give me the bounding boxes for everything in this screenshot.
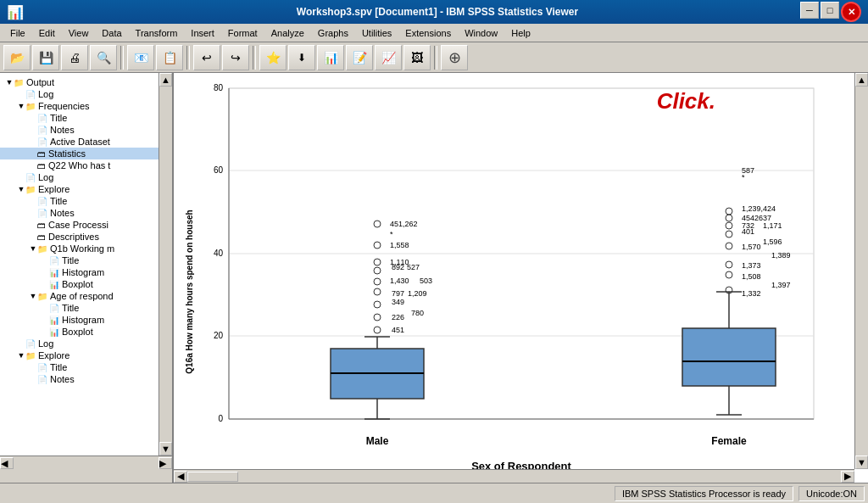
- menu-insert[interactable]: Insert: [184, 26, 221, 40]
- tree-node-log2[interactable]: 📄 Log: [0, 171, 172, 183]
- folder-icon-explore1: 📁: [25, 185, 36, 194]
- tree-node-q1b-hist[interactable]: 📊 Histogram: [0, 266, 172, 278]
- svg-text:1,373: 1,373: [742, 261, 761, 270]
- close-button[interactable]: ✕: [841, 2, 861, 22]
- right-vscrollbar[interactable]: ▲ ▼: [854, 73, 868, 469]
- menu-view[interactable]: View: [62, 26, 96, 40]
- tree-label-q1b: Q1b Working m: [50, 243, 114, 254]
- tree-node-statistics[interactable]: 🗃 Statistics: [0, 148, 172, 159]
- expand-q1b[interactable]: ▼: [29, 244, 37, 253]
- expand-output[interactable]: ▼: [5, 78, 14, 87]
- tree-node-q1b-title[interactable]: 📄 Title: [0, 254, 172, 266]
- table-icon-stats: 🗃: [37, 149, 46, 159]
- svg-text:Q16a How many hours spend on h: Q16a How many hours spend on househ: [185, 210, 194, 373]
- tree-node-explore2[interactable]: ▼ 📁 Explore: [0, 349, 172, 361]
- menu-file[interactable]: File: [3, 26, 32, 40]
- right-scroll-right-btn[interactable]: ▶: [841, 471, 854, 483]
- tree-label-explore-title: Title: [50, 196, 67, 206]
- chart-icon-age-box: 📊: [49, 327, 59, 337]
- tree-node-explore2-notes[interactable]: 📄 Notes: [0, 373, 172, 385]
- tree-node-log1[interactable]: 📄 Log: [0, 88, 172, 100]
- tree-node-explore-title[interactable]: 📄 Title: [0, 195, 172, 207]
- tree-node-age-hist[interactable]: 📊 Histogram: [0, 314, 172, 326]
- menu-transform[interactable]: Transform: [129, 26, 185, 40]
- toolbar-open[interactable]: 📂: [3, 45, 31, 70]
- svg-text:527: 527: [407, 263, 420, 271]
- tree-node-q1b-box[interactable]: 📊 Boxplot: [0, 278, 172, 290]
- tree-node-explore-notes[interactable]: 📄 Notes: [0, 207, 172, 219]
- tree-node-freq-title[interactable]: 📄 Title: [0, 112, 172, 124]
- menu-graphs[interactable]: Graphs: [311, 26, 355, 40]
- left-hscrollbar[interactable]: ◀ ▶: [0, 455, 172, 469]
- scroll-up-btn[interactable]: ▲: [159, 73, 172, 87]
- tree-label-age-title: Title: [62, 303, 79, 313]
- right-scroll-down-btn[interactable]: ▼: [855, 455, 868, 469]
- toolbar-print[interactable]: 🖨: [61, 45, 88, 70]
- tree-node-frequencies[interactable]: ▼ 📁 Frequencies: [0, 100, 172, 112]
- hscroll-thumb[interactable]: [187, 472, 238, 482]
- menu-utilities[interactable]: Utilities: [355, 26, 398, 40]
- toolbar-text[interactable]: 📝: [346, 45, 373, 70]
- toolbar-export[interactable]: 📧: [127, 45, 154, 70]
- tree-node-q1b[interactable]: ▼ 📁 Q1b Working m: [0, 243, 172, 254]
- table-icon-q22: 🗃: [37, 161, 46, 170]
- svg-text:451,262: 451,262: [390, 220, 418, 228]
- menu-analyze[interactable]: Analyze: [264, 26, 311, 40]
- tree-label-freq-notes: Notes: [50, 125, 75, 135]
- expand-age[interactable]: ▼: [29, 292, 37, 300]
- toolbar-graph2[interactable]: 📈: [375, 45, 402, 70]
- svg-text:797: 797: [392, 289, 404, 298]
- right-scroll-up-btn[interactable]: ▲: [855, 73, 868, 87]
- tree-node-case-proc[interactable]: 🗃 Case Processi: [0, 219, 172, 231]
- svg-text:*: *: [390, 230, 393, 238]
- svg-text:40: 40: [214, 249, 224, 258]
- tree-node-age[interactable]: ▼ 📁 Age of respond: [0, 290, 172, 302]
- right-hscrollbar[interactable]: ◀ ▶: [174, 469, 854, 483]
- menu-help[interactable]: Help: [504, 26, 537, 40]
- tree-node-descriptives[interactable]: 🗃 Descriptives: [0, 231, 172, 243]
- tree-node-age-title[interactable]: 📄 Title: [0, 302, 172, 314]
- svg-text:349: 349: [392, 298, 404, 306]
- tree-label-case-proc: Case Processi: [48, 220, 108, 230]
- tree-node-output[interactable]: ▼ 📁 Output: [0, 76, 172, 88]
- tree-node-active-dataset[interactable]: 📄 Active Dataset: [0, 136, 172, 148]
- svg-text:60: 60: [214, 165, 224, 175]
- scroll-right-btn[interactable]: ▶: [159, 457, 172, 469]
- doc-icon-age-title: 📄: [49, 304, 59, 313]
- doc-icon-active: 📄: [37, 137, 47, 147]
- tree-node-age-box[interactable]: 📊 Boxplot: [0, 326, 172, 338]
- toolbar-chart[interactable]: 📊: [317, 45, 344, 70]
- left-vscrollbar[interactable]: ▲ ▼: [159, 73, 172, 455]
- menu-format[interactable]: Format: [221, 26, 264, 40]
- menu-extensions[interactable]: Extensions: [398, 26, 458, 40]
- menu-edit[interactable]: Edit: [32, 26, 62, 40]
- toolbar-image[interactable]: 🖼: [403, 45, 431, 70]
- menu-window[interactable]: Window: [458, 26, 504, 40]
- scroll-left-btn[interactable]: ◀: [0, 457, 14, 469]
- tree-node-freq-notes[interactable]: 📄 Notes: [0, 124, 172, 136]
- expand-explore1[interactable]: ▼: [17, 185, 25, 193]
- toolbar-save[interactable]: 💾: [32, 45, 59, 70]
- tree-node-explore1[interactable]: ▼ 📁 Explore: [0, 183, 172, 195]
- toolbar-undo[interactable]: ↩: [193, 45, 220, 70]
- toolbar-clip[interactable]: 📋: [156, 45, 183, 70]
- toolbar-add[interactable]: ⊕: [441, 45, 468, 70]
- toolbar-zoom[interactable]: 🔍: [90, 45, 117, 70]
- restore-button[interactable]: □: [821, 2, 839, 19]
- window-title: Workshop3.spv [Document1] - IBM SPSS Sta…: [75, 6, 800, 18]
- tree-node-q22[interactable]: 🗃 Q22 Who has t: [0, 159, 172, 171]
- expand-frequencies[interactable]: ▼: [17, 102, 25, 110]
- tree-node-explore2-title[interactable]: 📄 Title: [0, 361, 172, 373]
- toolbar-import[interactable]: ⬇: [288, 45, 315, 70]
- doc-icon-log1: 📄: [25, 90, 36, 99]
- right-scroll-left-btn[interactable]: ◀: [174, 471, 187, 483]
- menu-data[interactable]: Data: [95, 26, 128, 40]
- toolbar-redo[interactable]: ↪: [222, 45, 249, 70]
- scroll-down-btn[interactable]: ▼: [159, 442, 172, 455]
- minimize-button[interactable]: ─: [800, 2, 819, 19]
- toolbar-sep2: [186, 46, 190, 70]
- tree-node-log3[interactable]: 📄 Log: [0, 338, 172, 349]
- toolbar-bookmark[interactable]: ⭐: [259, 45, 287, 70]
- expand-explore2[interactable]: ▼: [17, 351, 25, 360]
- folder-icon-q1b: 📁: [37, 244, 47, 254]
